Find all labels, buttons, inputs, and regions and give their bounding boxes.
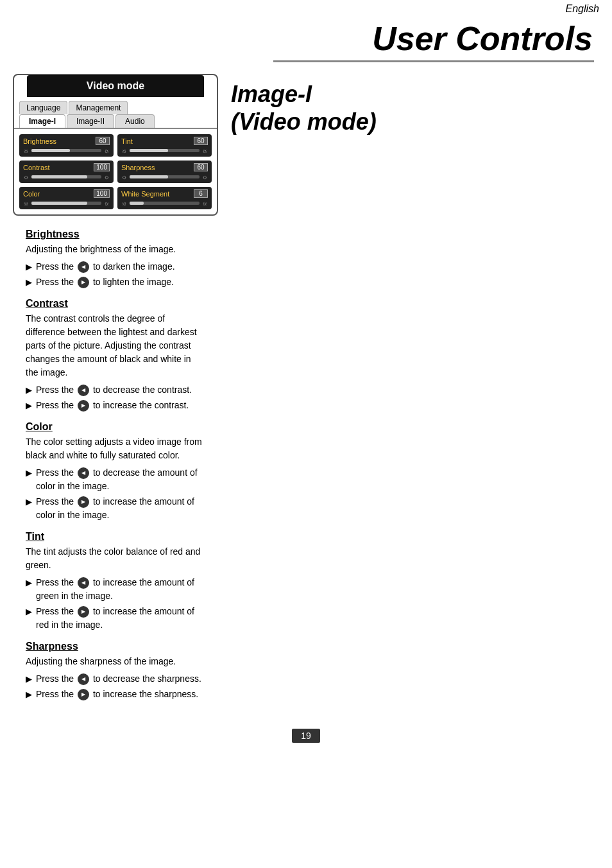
control-item-brightness: Brightness 60 ☼ ☼ bbox=[19, 134, 114, 157]
left-panel: Video mode Language Management Image-I I… bbox=[13, 74, 218, 709]
section-title-sharpness: Sharpness bbox=[26, 641, 205, 652]
bullet-arrow: ▶ bbox=[26, 467, 32, 480]
bullet-text: Press the to lighten the image. bbox=[36, 275, 174, 289]
section-desc-sharpness: Adjusting the sharpness of the image. bbox=[26, 655, 205, 668]
btn-icon-right bbox=[78, 400, 89, 412]
tab-audio[interactable]: Audio bbox=[115, 114, 155, 128]
bullet-item-contrast-1: ▶Press the to increase the contrast. bbox=[26, 399, 205, 412]
bullet-item-sharpness-1: ▶Press the to increase the sharpness. bbox=[26, 688, 205, 701]
bullet-item-contrast-0: ▶Press the to decrease the contrast. bbox=[26, 383, 205, 397]
bullet-item-brightness-0: ▶Press the to darken the image. bbox=[26, 260, 205, 273]
bullet-arrow: ▶ bbox=[26, 384, 32, 397]
bullet-arrow: ▶ bbox=[26, 605, 32, 618]
tab-management[interactable]: Management bbox=[69, 101, 128, 114]
bullet-text: Press the to increase the sharpness. bbox=[36, 688, 198, 701]
section-desc-brightness: Adjusting the brightness of the image. bbox=[26, 243, 205, 256]
tab-image-i[interactable]: Image-I bbox=[19, 114, 65, 128]
btn-icon-left bbox=[78, 261, 89, 273]
bullet-text: Press the to increase the contrast. bbox=[36, 399, 189, 412]
bullet-arrow: ▶ bbox=[26, 577, 32, 589]
bullet-text: Press the to decrease the sharpness. bbox=[36, 672, 201, 686]
bullet-text: Press the to increase the amount of gree… bbox=[36, 576, 205, 603]
btn-icon-right bbox=[78, 277, 89, 288]
page-title: User Controls bbox=[0, 0, 612, 58]
section-brightness: BrightnessAdjusting the brightness of th… bbox=[26, 229, 205, 289]
tab-image-ii[interactable]: Image-II bbox=[67, 114, 114, 128]
btn-icon-left bbox=[78, 577, 89, 589]
section-desc-color: The color setting adjusts a video image … bbox=[26, 435, 205, 462]
bullet-arrow: ▶ bbox=[26, 688, 32, 701]
btn-icon-left bbox=[78, 673, 89, 685]
bullet-item-color-1: ▶Press the to increase the amount of col… bbox=[26, 495, 205, 522]
bullet-arrow: ▶ bbox=[26, 673, 32, 686]
controls-grid: Brightness 60 ☼ ☼ Tint 60 ☼ ☼ Contrast 1… bbox=[14, 129, 217, 214]
section-tint: TintThe tint adjusts the color balance o… bbox=[26, 531, 205, 632]
section-contrast: ContrastThe contrast controls the degree… bbox=[26, 298, 205, 412]
section-title-color: Color bbox=[26, 421, 205, 433]
title-divider bbox=[273, 60, 594, 62]
tabs-row1: Language Management bbox=[14, 97, 217, 114]
control-item-contrast: Contrast 100 ☼ ☼ bbox=[19, 161, 114, 183]
section-title-contrast: Contrast bbox=[26, 298, 205, 309]
control-item-color: Color 100 ☼ ☼ bbox=[19, 187, 114, 209]
bullet-arrow: ▶ bbox=[26, 276, 32, 289]
bullet-arrow: ▶ bbox=[26, 399, 32, 412]
page-number-box: 19 bbox=[292, 729, 320, 743]
section-color: ColorThe color setting adjusts a video i… bbox=[26, 421, 205, 522]
bullet-item-brightness-1: ▶Press the to lighten the image. bbox=[26, 275, 205, 289]
page-number-container: 19 bbox=[0, 729, 612, 743]
tabs-row2: Image-I Image-II Audio bbox=[14, 114, 217, 129]
section-desc-contrast: The contrast controls the degree of diff… bbox=[26, 312, 205, 379]
section-desc-tint: The tint adjusts the color balance of re… bbox=[26, 545, 205, 572]
btn-icon-left bbox=[78, 385, 89, 396]
bullet-arrow: ▶ bbox=[26, 496, 32, 508]
content-section: BrightnessAdjusting the brightness of th… bbox=[13, 229, 218, 709]
section-title-brightness: Brightness bbox=[26, 229, 205, 240]
section-title-tint: Tint bbox=[26, 531, 205, 542]
btn-icon-right bbox=[78, 689, 89, 700]
btn-icon-right bbox=[78, 606, 89, 618]
bullet-arrow: ▶ bbox=[26, 261, 32, 273]
bullet-item-tint-1: ▶Press the to increase the amount of red… bbox=[26, 605, 205, 632]
control-item-white-segment: White Segment 6 ☼ ☼ bbox=[117, 187, 212, 209]
section-sharpness: SharpnessAdjusting the sharpness of the … bbox=[26, 641, 205, 701]
btn-icon-left bbox=[78, 467, 89, 479]
bullet-text: Press the to increase the amount of red … bbox=[36, 605, 205, 632]
english-label: English bbox=[566, 3, 599, 15]
bullet-item-color-0: ▶Press the to decrease the amount of col… bbox=[26, 466, 205, 493]
btn-icon-right bbox=[78, 496, 89, 508]
video-mode-box: Video mode Language Management Image-I I… bbox=[13, 74, 218, 216]
bullet-text: Press the to decrease the contrast. bbox=[36, 383, 192, 397]
bullet-text: Press the to decrease the amount of colo… bbox=[36, 466, 205, 493]
bullet-item-sharpness-0: ▶Press the to decrease the sharpness. bbox=[26, 672, 205, 686]
bullet-item-tint-0: ▶Press the to increase the amount of gre… bbox=[26, 576, 205, 603]
main-layout: Video mode Language Management Image-I I… bbox=[0, 74, 612, 709]
control-item-sharpness: Sharpness 60 ☼ ☼ bbox=[117, 161, 212, 183]
control-item-tint: Tint 60 ☼ ☼ bbox=[117, 134, 212, 157]
right-panel: Image-I (Video mode) bbox=[231, 74, 599, 709]
image-subtitle: Image-I (Video mode) bbox=[231, 80, 599, 135]
video-mode-title: Video mode bbox=[27, 75, 204, 97]
bullet-text: Press the to darken the image. bbox=[36, 260, 175, 273]
tab-language[interactable]: Language bbox=[19, 101, 67, 114]
bullet-text: Press the to increase the amount of colo… bbox=[36, 495, 205, 522]
